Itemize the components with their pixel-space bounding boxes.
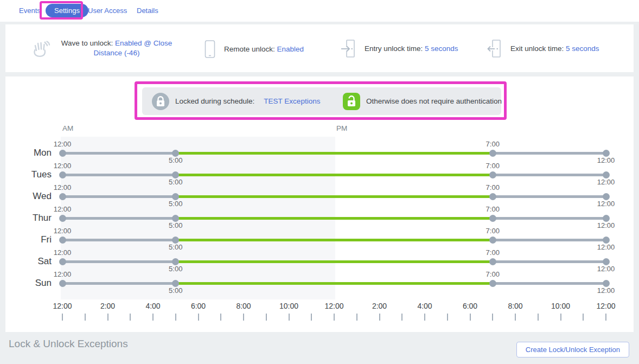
phone-icon [203, 40, 216, 59]
slider-active-segment [176, 217, 493, 220]
tab-details[interactable]: Details [137, 7, 158, 15]
slider-handle[interactable] [489, 258, 496, 265]
day-label: Wed [5, 191, 52, 202]
locked-during-schedule-group: Locked during schedule: TEST Exceptions [152, 87, 320, 115]
axis-tick-mark [130, 314, 131, 321]
slider-time-label: 12:00 [597, 243, 615, 251]
axis-tick-mark [447, 314, 448, 321]
schedule-day-row: Wed12:005:007:0012:00 [5, 186, 634, 207]
day-label: Thur [5, 213, 52, 223]
create-exception-button[interactable]: Create Lock/Unlock Exception [516, 342, 629, 357]
schedule-day-row: Thur12:005:007:0012:00 [5, 207, 634, 229]
setting-label: Wave to unlock: [61, 39, 113, 47]
am-label: AM [62, 124, 73, 132]
axis-tick-mark [198, 314, 199, 321]
wave-to-unlock-text: Wave to unlock: Enabled @ Close Distance… [60, 39, 174, 58]
slider-time-label: 12:00 [597, 200, 615, 208]
schedule-name-link[interactable]: TEST Exceptions [264, 97, 320, 105]
otherwise-unlocked-group: Otherwise does not require authenticatio… [343, 87, 502, 115]
slider-active-segment [176, 152, 493, 155]
day-label: Mon [5, 148, 52, 158]
axis-tick-mark [85, 314, 86, 321]
slider-time-label: 7:00 [486, 140, 500, 148]
axis-tick-mark [356, 314, 357, 321]
axis-hour-label: 6:00 [463, 302, 477, 310]
tab-events[interactable]: Events [19, 7, 41, 15]
slider-time-label: 12:00 [597, 265, 615, 273]
schedule-day-row: Tues12:005:007:0012:00 [5, 164, 634, 186]
tab-user-access[interactable]: User Access [88, 7, 127, 15]
slider-time-label: 12:00 [54, 205, 72, 213]
day-label: Fri [5, 234, 52, 245]
axis-tick-mark [311, 314, 312, 321]
entry-unlock-time-text: Entry unlock time: 5 seconds [365, 44, 458, 54]
slider-handle[interactable] [59, 215, 66, 222]
axis-tick-mark [152, 314, 154, 321]
slider-handle[interactable] [59, 193, 66, 200]
schedule-day-row: Sat12:005:007:0012:00 [5, 251, 634, 272]
slider-active-segment [176, 239, 493, 241]
tabs-row: Events Settings User Access Details [0, 0, 639, 22]
slider-time-label: 12:00 [597, 221, 615, 229]
slider-handle[interactable] [59, 258, 66, 265]
slider-handle[interactable] [489, 237, 496, 244]
slider-time-label: 12:00 [54, 183, 72, 191]
axis-tick-mark [492, 314, 493, 321]
schedule-day-row: Mon12:005:007:0012:00 [5, 142, 634, 164]
setting-entry-unlock-time: Entry unlock time: 5 seconds [341, 39, 458, 59]
schedule-status-banner: Locked during schedule: TEST Exceptions … [142, 87, 501, 115]
slider-active-segment [176, 195, 493, 198]
axis-tick-mark [220, 314, 221, 321]
exit-unlock-time-text: Exit unlock time: 5 seconds [510, 44, 599, 54]
axis-hour-label: 2:00 [100, 302, 115, 310]
slider-time-label: 12:00 [54, 162, 72, 170]
axis-hour-label: 12:00 [53, 302, 72, 310]
setting-label: Exit unlock time: [510, 44, 564, 53]
slider-active-segment [176, 174, 493, 176]
slider-time-label: 12:00 [597, 156, 615, 164]
axis-hour-label: 8:00 [236, 302, 251, 310]
footer-bar: Lock & Unlock Exceptions Create Lock/Unl… [0, 332, 639, 364]
axis-tick-mark [515, 314, 516, 321]
setting-label: Remote unlock: [224, 45, 275, 53]
slider-handle[interactable] [489, 150, 496, 157]
slider-time-label: 7:00 [486, 183, 500, 191]
lock-settings-bar: Wave to unlock: Enabled @ Close Distance… [5, 24, 634, 72]
slider-time-label: 5:00 [169, 243, 182, 251]
slider-handle[interactable] [489, 280, 496, 287]
slider-handle[interactable] [489, 171, 496, 178]
slider-active-segment [176, 282, 493, 285]
axis-tick-mark [605, 314, 606, 321]
exit-unlock-time-value-link[interactable]: 5 seconds [566, 44, 599, 53]
remote-unlock-value-link[interactable]: Enabled [277, 45, 304, 53]
setting-remote-unlock: Remote unlock: Enabled [203, 40, 304, 59]
lock-closed-icon [152, 93, 169, 110]
slider-handle[interactable] [489, 193, 496, 200]
slider-handle[interactable] [59, 171, 66, 178]
axis-tick-mark [62, 314, 63, 321]
slider-handle[interactable] [59, 280, 66, 287]
entry-unlock-time-value-link[interactable]: 5 seconds [425, 44, 458, 53]
axis-tick-mark [107, 314, 108, 321]
slider-handle[interactable] [59, 237, 66, 244]
slider-handle[interactable] [489, 215, 496, 222]
lock-schedule-panel: Locked during schedule: TEST Exceptions … [5, 76, 634, 332]
axis-tick-mark [289, 314, 290, 321]
axis-tick-mark [334, 314, 335, 321]
axis-hour-label: 6:00 [191, 302, 206, 310]
slider-time-label: 7:00 [486, 270, 500, 278]
axis-tick-mark [583, 314, 584, 321]
axis-tick-mark [379, 314, 380, 321]
slider-time-label: 5:00 [169, 178, 182, 186]
locked-during-schedule-label: Locked during schedule: [175, 97, 254, 105]
exceptions-heading: Lock & Unlock Exceptions [9, 338, 128, 350]
slider-handle[interactable] [59, 150, 66, 157]
tab-settings[interactable]: Settings [46, 4, 88, 17]
slider-time-label: 7:00 [486, 227, 500, 235]
slider-time-label: 5:00 [169, 200, 182, 208]
slider-active-segment [176, 260, 493, 263]
axis-tick-mark [243, 314, 244, 321]
slider-time-label: 7:00 [486, 162, 500, 170]
slider-time-label: 5:00 [169, 156, 182, 164]
axis-hour-label: 12:00 [324, 302, 343, 310]
